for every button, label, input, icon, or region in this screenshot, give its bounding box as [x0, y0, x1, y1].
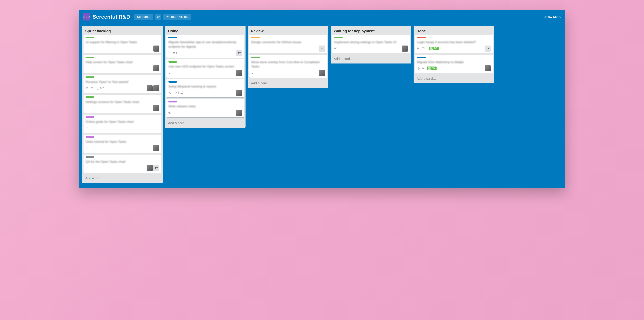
- member-avatar[interactable]: [236, 110, 242, 116]
- card-members: TT: [146, 165, 159, 171]
- member-avatar-initials[interactable]: TT: [319, 46, 325, 52]
- member-avatar[interactable]: [485, 65, 491, 71]
- list-title[interactable]: Sprint backlog: [85, 29, 111, 33]
- member-avatar[interactable]: [153, 105, 159, 111]
- card[interactable]: Move done overlay from Cum.flow to Compl…: [249, 55, 327, 78]
- desc-badge: [90, 87, 93, 90]
- card-label-gray[interactable]: [86, 156, 94, 158]
- add-card-button[interactable]: Add a card…: [249, 79, 327, 88]
- list-header: Sprint backlog ⋯: [84, 28, 161, 35]
- card-label-green[interactable]: [86, 76, 94, 78]
- member-avatar[interactable]: [153, 145, 159, 151]
- checklist-badge: 5/12: [173, 91, 185, 95]
- list-title[interactable]: Review: [251, 29, 264, 33]
- card[interactable]: Rename 'Open' to 'Not started' 0/7: [84, 75, 161, 93]
- card[interactable]: Use new UDS endpoint for Open Tasks scre…: [166, 59, 244, 78]
- star-icon: [157, 15, 160, 18]
- star-button[interactable]: [155, 14, 161, 20]
- list-header: Review ⋯: [249, 28, 327, 35]
- card-label-red[interactable]: [417, 37, 426, 38]
- card-title: Use new UDS endpoint for Open Tasks scre…: [168, 64, 242, 69]
- desc-badge: [251, 71, 254, 74]
- card[interactable]: Online guide for Open Tasks chart: [84, 115, 161, 133]
- card[interactable]: Settings screens for Open Tasks chart: [84, 95, 161, 113]
- card-badges: 0/3: [168, 51, 178, 55]
- card-title: Help screen for Open Tasks chart: [86, 60, 159, 65]
- list-menu-button[interactable]: ⋯: [157, 29, 160, 33]
- card-label-blue[interactable]: [168, 81, 177, 83]
- card[interactable]: Video tutorial for Open Tasks: [84, 134, 161, 153]
- card[interactable]: Migrate from Mailchimp to Mailjet 7/7: [415, 55, 493, 73]
- card-members: TT: [319, 46, 325, 52]
- card[interactable]: Migrate Newsletter app to use /analytics…: [166, 35, 244, 58]
- card-members: [153, 105, 159, 111]
- card[interactable]: Help screen for Open Tasks chart: [84, 55, 161, 73]
- card[interactable]: QA for the Open Tasks chart TT: [84, 154, 161, 173]
- card-label-orange[interactable]: [251, 37, 260, 38]
- member-avatar[interactable]: [146, 165, 152, 171]
- board-canvas[interactable]: Sprint backlog ⋯ UI support for filterin…: [79, 24, 565, 188]
- desc-badge: [334, 47, 337, 50]
- list-menu-button[interactable]: ⋯: [488, 29, 491, 33]
- member-avatar[interactable]: [146, 85, 152, 91]
- card-members: [153, 65, 159, 71]
- eye-icon: [86, 127, 88, 129]
- watch-badge: [86, 87, 88, 90]
- card-label-purple[interactable]: [86, 116, 94, 118]
- card-title: Settings screens for Open Tasks chart: [86, 100, 159, 104]
- list-header: Doing ⋯: [166, 28, 244, 35]
- card-badges: 12/2: [417, 47, 439, 50]
- card-label-green[interactable]: [251, 57, 260, 58]
- member-avatar[interactable]: [402, 46, 408, 52]
- card-badges: [168, 111, 171, 114]
- desc-badge: [168, 71, 171, 74]
- list-title[interactable]: Doing: [168, 29, 178, 33]
- member-avatar-initials[interactable]: TT: [485, 46, 491, 52]
- add-card-button[interactable]: Add a card…: [415, 75, 493, 83]
- list-menu-button[interactable]: ⋯: [322, 29, 325, 33]
- team-logo[interactable]: Screenful: [83, 13, 90, 21]
- card-title: Setup Mixpanel tracking & reports: [168, 84, 242, 89]
- card[interactable]: UI support for filtering in Open Tasks: [84, 35, 161, 53]
- card-members: TT: [485, 46, 491, 52]
- card[interactable]: Login hangs if account has been deleted?…: [415, 35, 493, 53]
- comment-icon: [422, 47, 425, 50]
- visibility-button[interactable]: Team Visible: [163, 14, 191, 20]
- description-icon: [334, 47, 337, 50]
- card-label-purple[interactable]: [86, 136, 94, 138]
- show-menu-button[interactable]: ⋯ Show Menu: [540, 15, 561, 19]
- card-label-green[interactable]: [168, 61, 177, 63]
- card-label-green[interactable]: [86, 96, 94, 98]
- member-avatar-initials[interactable]: TT: [153, 165, 159, 171]
- card[interactable]: Setup Mixpanel tracking & reports 5/12: [166, 79, 244, 98]
- member-avatar[interactable]: [153, 85, 159, 91]
- member-avatar[interactable]: [153, 46, 159, 52]
- list-menu-button[interactable]: ⋯: [405, 29, 408, 33]
- member-avatar[interactable]: [319, 70, 325, 76]
- eye-icon: [417, 67, 420, 70]
- card-members: [153, 46, 159, 52]
- card-title: QA for the Open Tasks chart: [86, 159, 159, 164]
- card-label-blue[interactable]: [417, 57, 426, 58]
- list-title[interactable]: Done: [416, 29, 426, 33]
- card-label-blue[interactable]: [168, 37, 177, 38]
- member-avatar[interactable]: [236, 70, 242, 76]
- list-title[interactable]: Waiting for deployment: [334, 29, 375, 33]
- card[interactable]: Write release notes: [166, 99, 244, 117]
- team-name-button[interactable]: Screenful: [134, 14, 153, 20]
- card-label-green[interactable]: [86, 57, 94, 58]
- list-menu-button[interactable]: ⋯: [240, 29, 242, 33]
- card-label-green[interactable]: [86, 37, 94, 38]
- card-label-purple[interactable]: [168, 101, 177, 102]
- checklist-badge: 0/7: [95, 86, 105, 90]
- add-card-button[interactable]: Add a card…: [332, 55, 410, 64]
- member-avatar-initials[interactable]: TT: [236, 50, 242, 56]
- card-label-green[interactable]: [334, 37, 343, 38]
- add-card-button[interactable]: Add a card…: [84, 174, 161, 183]
- member-avatar[interactable]: [236, 90, 242, 96]
- member-avatar[interactable]: [153, 65, 159, 71]
- card[interactable]: Implement storing settings in Open Tasks…: [332, 35, 410, 53]
- card[interactable]: Design connector for GitHub issues TT: [249, 35, 327, 53]
- add-card-button[interactable]: Add a card…: [166, 119, 244, 128]
- board-title[interactable]: Screenful R&D: [92, 14, 130, 20]
